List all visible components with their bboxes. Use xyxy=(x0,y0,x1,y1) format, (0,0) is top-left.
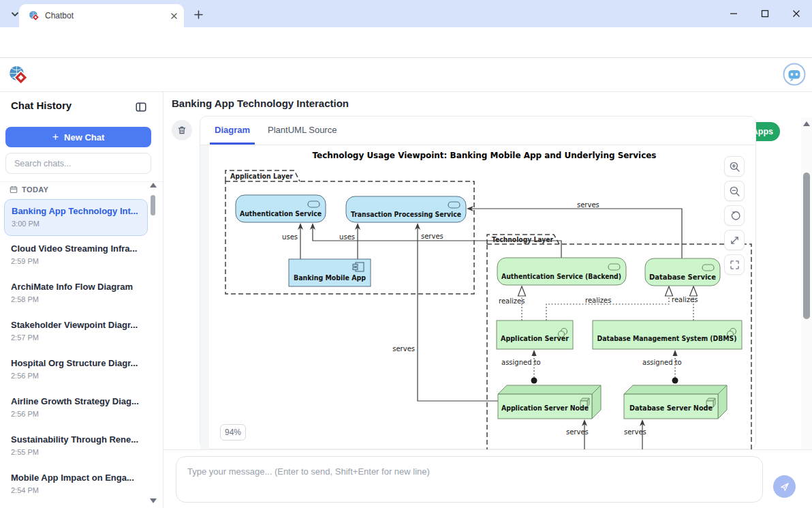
visual-paradigm-favicon xyxy=(29,10,40,21)
chat-section-header: TODAY xyxy=(10,185,48,194)
svg-text:Database Service: Database Service xyxy=(649,273,716,281)
zoom-in-icon xyxy=(729,161,740,173)
chat-history-item[interactable]: Cloud Video Streaming Infra... 2:59 PM xyxy=(4,237,148,274)
section-label: TODAY xyxy=(22,185,48,194)
calendar-icon xyxy=(10,185,18,194)
svg-text:realizes: realizes xyxy=(585,297,611,304)
send-icon xyxy=(779,481,790,492)
node-database-server-node: Database Server Node xyxy=(624,385,727,419)
diagram-canvas[interactable]: Technology Usage Viewpoint: Banking Mobi… xyxy=(200,145,757,449)
search-chats-input[interactable] xyxy=(5,153,151,174)
window-close-button[interactable] xyxy=(786,5,807,22)
divider xyxy=(0,181,163,182)
node-application-server: Application Server xyxy=(497,320,573,349)
sidebar-scrollbar-thumb[interactable] xyxy=(151,195,155,215)
svg-text:serves: serves xyxy=(421,233,443,240)
message-composer xyxy=(163,449,812,508)
page-scrollbar-thumb[interactable] xyxy=(803,173,810,319)
panel-toggle-icon xyxy=(135,101,147,113)
zoom-in-button[interactable] xyxy=(724,156,745,177)
chat-history-item[interactable]: Banking App Technology Int... 3:00 PM xyxy=(4,199,148,236)
node-dbms: Database Management System (DBMS) xyxy=(593,320,742,349)
scroll-up-arrow[interactable] xyxy=(803,121,810,126)
app-header: Chatbot Powered by Visual Paradigm More … xyxy=(0,58,812,92)
sidebar: Chat History + New Chat TODAY Banking Ap… xyxy=(0,92,163,508)
new-chat-button[interactable]: + New Chat xyxy=(5,127,151,147)
svg-text:Banking Mobile App: Banking Mobile App xyxy=(294,273,366,282)
svg-text:serves: serves xyxy=(566,428,589,436)
window-minimize-button[interactable] xyxy=(723,5,744,22)
window-maximize-button[interactable] xyxy=(755,5,775,22)
svg-text:realizes: realizes xyxy=(672,296,698,303)
svg-text:Authentication Service (Backen: Authentication Service (Backend) xyxy=(501,272,621,280)
svg-text:Application Server Node: Application Server Node xyxy=(501,404,589,412)
chat-history-item[interactable]: ArchiMate Info Flow Diagram 2:58 PM xyxy=(4,275,148,312)
plus-icon xyxy=(194,10,203,19)
svg-text:serves: serves xyxy=(624,428,646,436)
plus-icon: + xyxy=(52,131,59,143)
tab-close-icon[interactable] xyxy=(171,13,177,19)
node-database-service: Database Service xyxy=(645,258,720,286)
browser-tab[interactable]: Chatbot xyxy=(19,4,184,27)
fullscreen-icon xyxy=(729,259,740,271)
chat-history-item[interactable]: Mobile App Impact on Enga... 2:54 PM xyxy=(4,466,148,503)
browser-tab-strip: Chatbot xyxy=(0,0,812,27)
expand-icon xyxy=(729,235,740,246)
reset-view-button[interactable] xyxy=(724,205,745,226)
svg-text:assigned to: assigned to xyxy=(501,359,541,366)
diagram-left-gutter xyxy=(200,145,209,449)
node-authentication-service-backend: Authentication Service (Backend) xyxy=(497,258,626,285)
svg-text:serves: serves xyxy=(392,345,415,353)
chat-history-item[interactable]: Hospital Org Structure Diagr... 2:56 PM xyxy=(4,352,148,389)
chat-history-item[interactable]: Sustainability Through Rene... 2:55 PM xyxy=(4,428,148,465)
svg-text:uses: uses xyxy=(282,233,298,241)
node-application-server-node: Application Server Node xyxy=(498,385,601,419)
minimize-icon xyxy=(730,10,738,18)
new-chat-label: New Chat xyxy=(64,132,104,143)
visual-paradigm-logo xyxy=(8,65,28,85)
page-title: Banking App Technology Interaction xyxy=(172,98,349,109)
svg-text:Database Server Node: Database Server Node xyxy=(629,404,713,412)
trash-icon xyxy=(177,125,187,135)
tab-bar: Diagram PlantUML Source xyxy=(200,117,755,145)
chatbot-logo xyxy=(783,63,806,86)
chat-history-item[interactable]: Airline Growth Strategy Diag... 2:56 PM xyxy=(4,390,148,427)
svg-text:serves: serves xyxy=(577,201,599,209)
svg-text:Application Server: Application Server xyxy=(501,334,569,342)
svg-text:Authentication Service: Authentication Service xyxy=(240,209,322,218)
expand-button[interactable] xyxy=(724,230,745,250)
chat-history-item[interactable]: Stakeholder Viewpoint Diagr... 2:57 PM xyxy=(4,314,148,350)
tab-diagram[interactable]: Diagram xyxy=(210,117,255,145)
fullscreen-button[interactable] xyxy=(724,254,745,275)
delete-message-button[interactable] xyxy=(172,120,192,140)
svg-text:Transaction Processing Service: Transaction Processing Service xyxy=(351,210,461,218)
node-banking-mobile-app: Banking Mobile App xyxy=(289,259,371,286)
sidebar-title: Chat History xyxy=(11,100,72,111)
zoom-out-button[interactable] xyxy=(724,181,745,201)
sidebar-scroll-up[interactable] xyxy=(150,183,157,188)
sidebar-collapse-button[interactable] xyxy=(134,100,149,115)
browser-toolbar: ai-toolbox.visual-paradigm.com/app/chatb… xyxy=(0,27,812,58)
node-authentication-service: Authentication Service xyxy=(236,195,326,222)
application-layer-label: Application Layer xyxy=(230,172,293,181)
reset-icon xyxy=(729,210,740,222)
sidebar-scroll-down[interactable] xyxy=(150,498,157,503)
new-tab-button[interactable] xyxy=(191,7,206,22)
diagram-title: Technology Usage Viewpoint: Banking Mobi… xyxy=(313,150,657,160)
maximize-icon xyxy=(761,10,769,18)
node-transaction-processing-service: Transaction Processing Service xyxy=(346,196,466,222)
send-button[interactable] xyxy=(773,475,796,498)
svg-text:Database Management System (DB: Database Management System (DBMS) xyxy=(597,334,737,342)
tab-plantuml-source[interactable]: PlantUML Source xyxy=(263,117,341,145)
page-scrollbar[interactable] xyxy=(801,117,812,449)
zoom-level-badge: 94% xyxy=(220,424,246,440)
message-input[interactable] xyxy=(176,456,763,503)
zoom-out-icon xyxy=(729,185,740,197)
response-card: Diagram PlantUML Source Technology Usage… xyxy=(200,116,756,449)
svg-text:realizes: realizes xyxy=(499,297,525,305)
close-icon xyxy=(792,10,800,18)
chevron-down-icon xyxy=(10,10,20,19)
svg-text:assigned to: assigned to xyxy=(642,359,682,366)
tab-title: Chatbot xyxy=(45,11,171,20)
technology-layer-label: Technology Layer xyxy=(492,235,553,244)
